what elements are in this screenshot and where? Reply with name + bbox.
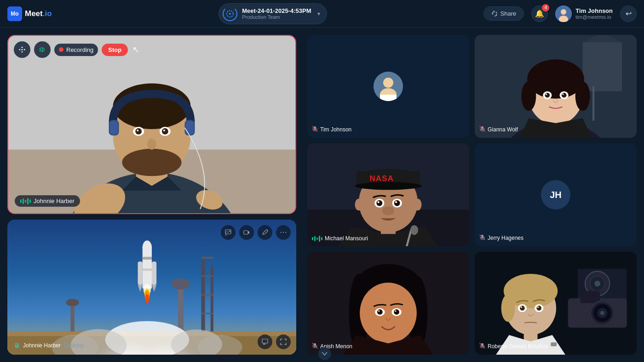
svg-point-20 <box>162 128 168 135</box>
move-button[interactable] <box>14 41 30 58</box>
svg-point-118 <box>377 309 383 315</box>
svg-rect-146 <box>551 342 557 346</box>
svg-point-133 <box>600 311 604 315</box>
pencil-button[interactable] <box>258 225 272 240</box>
tim-name: Tim Johnson <box>320 126 351 133</box>
svg-rect-42 <box>143 247 152 288</box>
screen-share-background <box>7 220 296 355</box>
svg-point-106 <box>414 199 421 211</box>
jerry-initials: JH <box>541 180 570 209</box>
svg-point-141 <box>520 305 525 311</box>
svg-point-84 <box>545 93 550 98</box>
more-options-button[interactable]: ⋯ <box>276 225 291 240</box>
back-button[interactable]: ↩ <box>620 6 637 22</box>
svg-point-116 <box>360 283 417 343</box>
svg-rect-71 <box>380 95 397 101</box>
svg-rect-64 <box>244 231 248 234</box>
svg-point-18 <box>137 130 138 131</box>
jerry-muted-icon <box>479 234 485 242</box>
roberto-muted-icon <box>479 343 485 350</box>
scroll-indicator <box>318 347 331 360</box>
jerry-name: Jerry Hagenes <box>488 235 523 241</box>
svg-point-4 <box>492 13 493 14</box>
share-label: Share <box>500 10 517 17</box>
meeting-team: Production Team <box>242 14 311 20</box>
chevron-down-icon: ▾ <box>317 11 320 17</box>
svg-point-2 <box>495 11 497 13</box>
stop-button[interactable]: Stop <box>102 44 128 56</box>
left-panel: Recording Stop ↖ Johnnie Harber <box>0 28 304 362</box>
notifications-button[interactable]: 🔔 4 <box>531 6 548 22</box>
svg-point-144 <box>536 305 541 311</box>
user-email: tim@meetmo.io <box>575 14 613 20</box>
monitor-icon: 🖥 <box>14 342 20 349</box>
svg-rect-46 <box>152 261 156 285</box>
screen-bottom-controls <box>258 334 291 349</box>
svg-point-99 <box>376 200 382 206</box>
fullscreen-button[interactable] <box>276 334 291 349</box>
svg-point-3 <box>495 14 497 16</box>
svg-point-69 <box>383 78 393 88</box>
svg-point-119 <box>378 310 380 311</box>
michael-speaking-icon <box>312 236 322 242</box>
participants-grid: Tim Johnson <box>305 28 644 362</box>
minimize-screen-button[interactable] <box>258 334 272 349</box>
svg-rect-76 <box>592 86 594 121</box>
more-icon: ⋯ <box>280 229 287 236</box>
svg-point-88 <box>562 93 564 95</box>
scroll-down-button[interactable] <box>318 347 331 360</box>
svg-point-139 <box>501 294 515 322</box>
share-button[interactable]: Share <box>483 6 524 21</box>
svg-rect-43 <box>143 257 152 260</box>
participant-tile-anish: Anish Menon <box>307 252 469 355</box>
ai-image-button[interactable]: AI <box>221 225 236 240</box>
screen-label: Desktop <box>63 342 84 349</box>
svg-point-105 <box>355 199 362 211</box>
svg-point-81 <box>521 81 536 111</box>
screen-share-name-tag: 🖥 Johnnie Harber Desktop <box>14 342 84 349</box>
michael-name: Michael Mansouri <box>325 235 368 242</box>
svg-rect-67 <box>264 344 266 345</box>
share-icon <box>491 11 498 17</box>
main-content: Recording Stop ↖ Johnnie Harber <box>0 28 644 362</box>
svg-point-104 <box>382 207 394 215</box>
svg-rect-45 <box>138 261 143 285</box>
svg-rect-59 <box>71 303 75 331</box>
screen-share-controls: AI ⋯ <box>221 225 291 240</box>
michael-name-tag: Michael Mansouri <box>312 235 368 242</box>
svg-point-82 <box>575 81 590 111</box>
logo-icon: Mo <box>7 6 22 21</box>
audio-button[interactable] <box>34 41 51 58</box>
mic-wave-icon <box>20 198 31 204</box>
svg-point-142 <box>521 306 522 308</box>
main-video: Recording Stop ↖ Johnnie Harber <box>7 35 296 214</box>
svg-point-60 <box>66 299 79 306</box>
svg-point-1 <box>229 13 231 15</box>
svg-point-22 <box>147 139 156 150</box>
svg-text:AI: AI <box>225 233 227 236</box>
svg-text:NASA: NASA <box>369 174 394 183</box>
svg-point-21 <box>163 130 165 131</box>
svg-rect-35 <box>201 257 213 259</box>
user-name: Tim Johnson <box>575 7 613 14</box>
svg-point-50 <box>145 294 149 303</box>
recording-indicator: Recording <box>54 44 98 56</box>
user-info: Tim Johnson tim@meetmo.io <box>555 6 613 22</box>
meeting-info-button[interactable]: Meet-24-01-2025-4:53PM Production Team ▾ <box>218 3 327 24</box>
screen-share: AI ⋯ <box>7 220 296 355</box>
roberto-name: Roberto Gómez Bolaños <box>488 343 548 350</box>
gianna-muted-icon <box>479 126 485 133</box>
gianna-name-tag: Gianna Wolf <box>479 126 518 133</box>
camera-video-button[interactable] <box>239 225 254 240</box>
svg-point-108 <box>410 225 418 235</box>
presenter-name-tag: Johnnie Harber <box>15 195 80 207</box>
svg-point-62 <box>229 231 230 232</box>
tim-avatar <box>374 72 403 101</box>
user-details: Tim Johnson tim@meetmo.io <box>575 7 613 20</box>
tim-muted-icon <box>312 126 318 133</box>
svg-rect-38 <box>201 313 213 314</box>
video-controls-top: Recording Stop ↖ <box>14 41 139 58</box>
svg-point-85 <box>546 93 547 95</box>
user-avatar <box>555 6 572 22</box>
svg-rect-25 <box>110 121 118 135</box>
